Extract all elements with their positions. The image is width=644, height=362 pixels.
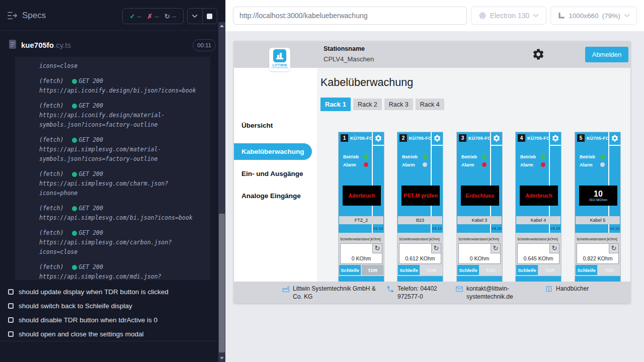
- card-settings-gear-icon[interactable]: [374, 134, 382, 142]
- tab-rack-2[interactable]: Rack 2: [353, 99, 382, 110]
- network-log-entry[interactable]: (fetch)GET 200 https://api.simplesvg.com…: [39, 204, 202, 223]
- viewport-select[interactable]: 1000x660 (79%): [550, 7, 637, 25]
- log-url: https://api.simplesvg.com/bi.json?icons=…: [39, 213, 202, 223]
- sidebar-item-uebersicht[interactable]: Übersicht: [234, 118, 317, 133]
- schleife-button[interactable]: Schleife: [576, 265, 597, 275]
- factory-icon: [282, 285, 290, 293]
- value-display: ↻ 0.645 KOhm: [517, 243, 559, 264]
- log-status: GET 200: [78, 262, 103, 272]
- alarm-label: Alarm: [343, 162, 356, 167]
- network-log-entry[interactable]: (fetch)GET 200 https://api.simplesvg.com…: [39, 228, 202, 257]
- schleife-button[interactable]: Schleife: [339, 265, 361, 275]
- settings-gear-icon[interactable]: [532, 48, 545, 61]
- spec-file-icon: [9, 39, 17, 49]
- log-status: GET 200: [78, 101, 103, 111]
- url-input[interactable]: [233, 7, 467, 25]
- stop-icon: [207, 14, 212, 19]
- card-settings-gear-icon[interactable]: [611, 134, 619, 142]
- measurement-section: Schleifenwiderstand [kOhm] ↻ 0.612 KOhm …: [397, 233, 443, 276]
- refresh-icon[interactable]: ↻: [549, 244, 559, 253]
- refresh-icon[interactable]: ↻: [372, 244, 382, 253]
- footer-email[interactable]: kontakt@littwin-systemtechnik.de: [455, 285, 526, 301]
- chevron-down-icon: [624, 14, 630, 18]
- card-settings-gear-icon[interactable]: [551, 134, 559, 142]
- app-under-test: Stationsname CPLV4_Maschen Abmelden LITT…: [234, 41, 630, 303]
- slot-number: 4: [518, 134, 525, 142]
- test-item[interactable]: should update display when TDR button is…: [8, 285, 214, 299]
- status-dot-icon: [72, 138, 77, 143]
- card-settings-gear-icon[interactable]: [493, 134, 501, 142]
- measurement-section: Schleifenwiderstand [kOhm] ↻ 0.645 KOhm …: [516, 233, 561, 276]
- logout-button[interactable]: Abmelden: [585, 47, 628, 62]
- tdr-button[interactable]: TDR: [421, 265, 442, 275]
- footer-manuals[interactable]: Handbücher: [545, 285, 589, 293]
- logo-subtext: SYSTEMTECHNIK: [269, 67, 290, 69]
- log-status: GET 200: [78, 76, 103, 86]
- refresh-icon[interactable]: ↻: [431, 244, 441, 253]
- browser-label: Electron 130: [490, 12, 530, 20]
- browser-select[interactable]: Electron 130: [471, 7, 546, 25]
- test-list: should update display when TDR button is…: [8, 285, 214, 341]
- slot-number: 3: [459, 134, 466, 142]
- network-log-entry[interactable]: icons=close: [39, 61, 202, 71]
- status-text: PST-M prüfen: [404, 193, 438, 199]
- tdr-button[interactable]: TDR: [362, 265, 383, 275]
- scrollbar-track[interactable]: [218, 22, 225, 362]
- network-log-entry[interactable]: (fetch)GET 200 https://api.simplesvg.com…: [39, 135, 202, 164]
- sidebar-item-analoge-eingaenge[interactable]: Analoge Eingänge: [234, 189, 317, 204]
- viewport-size: 1000x660: [569, 12, 598, 20]
- test-item[interactable]: should switch back to Schleife display: [8, 299, 214, 313]
- alarm-label: Alarm: [461, 162, 474, 167]
- schleife-button[interactable]: Schleife: [398, 265, 420, 275]
- network-log-entry[interactable]: (fetch)GET 200 https://api.simplesvg.com…: [39, 262, 202, 280]
- device-card: 3 KÜ705-FO Betrieb Alarm Erdschluss Kabe…: [456, 132, 503, 283]
- log-status: GET 200: [78, 135, 103, 145]
- schleife-button[interactable]: Schleife: [457, 265, 479, 275]
- scrollbar-thumb[interactable]: [219, 214, 225, 352]
- firmware-version: V4.19: [427, 226, 442, 231]
- collapse-button[interactable]: [188, 9, 202, 24]
- divider: [432, 145, 443, 146]
- alarm-label: Alarm: [520, 162, 533, 167]
- refresh-icon[interactable]: ↻: [609, 244, 618, 253]
- log-url: icons=close: [39, 61, 202, 71]
- measurement-value: 0 KOhm: [341, 255, 382, 261]
- log-status: GET 200: [78, 204, 103, 213]
- tab-rack-3[interactable]: Rack 3: [384, 99, 413, 110]
- divider: [491, 145, 502, 146]
- schleife-button[interactable]: Schleife: [516, 265, 538, 275]
- network-log-entry[interactable]: (fetch)GET 200 https://api.simplesvg.com…: [39, 169, 202, 198]
- tab-rack-4[interactable]: Rack 4: [416, 99, 444, 110]
- log-url: https://api.simplesvg.com/charm.json?ico…: [39, 179, 202, 198]
- tdr-button[interactable]: TDR: [480, 265, 502, 275]
- stop-button[interactable]: [202, 9, 217, 24]
- scroll-down-arrow-icon[interactable]: [220, 357, 224, 359]
- test-item[interactable]: should open and close the settings modal: [8, 327, 214, 341]
- network-log-entry[interactable]: (fetch)GET 200 https://api.iconify.desig…: [39, 76, 202, 96]
- card-settings-gear-icon[interactable]: [433, 134, 441, 142]
- spec-timer: 00:11: [193, 39, 216, 51]
- scroll-up-arrow-icon[interactable]: [220, 25, 224, 27]
- tdr-button[interactable]: TDR: [598, 265, 620, 275]
- device-card: 4 KÜ705-FO Betrieb Alarm Aderbruch Kabel…: [515, 132, 561, 283]
- sidebar-item-kabelueberwachung[interactable]: Kabelüberwachung: [234, 143, 312, 160]
- test-title: should switch back to Schleife display: [19, 302, 132, 310]
- value-display: ↻ 0 KOhm: [340, 243, 382, 264]
- measurement-label: Schleifenwiderstand [kOhm]: [340, 237, 381, 241]
- spec-row[interactable]: kue705fo.cy.ts 00:11: [0, 36, 218, 54]
- footer-manuals-text: Handbücher: [556, 285, 589, 293]
- alarm-led-red: [541, 162, 545, 167]
- tab-rack-1[interactable]: Rack 1: [320, 98, 351, 111]
- tdr-button[interactable]: TDR: [539, 265, 560, 275]
- test-item[interactable]: should disable TDR button when tdrActive…: [8, 313, 214, 327]
- network-log-entry[interactable]: (fetch)GET 200 https://api.iconify.desig…: [39, 101, 202, 130]
- cable-name: Kabel 4: [516, 216, 560, 224]
- refresh-icon[interactable]: ↻: [491, 244, 500, 253]
- sidebar-item-ein-und-ausgaenge[interactable]: Ein- und Ausgänge: [234, 166, 317, 182]
- divider: [373, 145, 384, 146]
- status-dot-icon: [72, 172, 77, 177]
- specs-menu-icon[interactable]: [7, 11, 18, 20]
- status-dot-icon: [72, 206, 77, 211]
- logo-icon: [273, 49, 286, 62]
- log-status: GET 200: [78, 228, 103, 238]
